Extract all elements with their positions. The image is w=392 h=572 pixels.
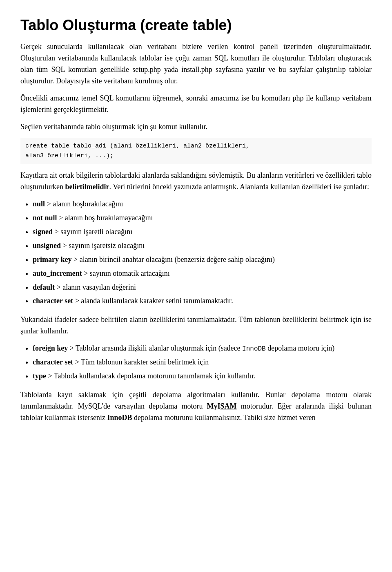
- desc-type: > Tabloda kullanılacak depolama motorunu…: [46, 372, 256, 380]
- term-foreign-key: foreign key: [33, 344, 68, 352]
- field-properties-list: null > alanın boşbırakılacağını not null…: [33, 199, 372, 307]
- desc-auto-increment: > sayının otomatik artacağını: [82, 269, 170, 277]
- list-item: type > Tabloda kullanılacak depolama mot…: [33, 371, 372, 382]
- table-properties-list: foreign key > Tablolar arasında ilişkili…: [33, 343, 372, 382]
- desc-signed: > sayının işaretli olacağını: [53, 228, 132, 236]
- purpose-paragraph: Öncelikli amacımız temel SQL komutlarını…: [20, 93, 372, 116]
- list-item: default > alanın vasayılan değerini: [33, 282, 372, 293]
- intro-paragraph: Gerçek sunucularda kullanılacak olan ver…: [20, 41, 372, 87]
- myisam-label: MyISAM: [207, 402, 237, 410]
- list-item: auto_increment > sayının otomatik artaca…: [33, 268, 372, 279]
- desc-charset-table: > Tüm tablonun karakter setini belirtmek…: [73, 358, 209, 366]
- storage-text3: depolama moturunu kullanmalısınız. Tabik…: [132, 413, 315, 422]
- list-item: character set > alanda kullanılacak kara…: [33, 295, 372, 307]
- list-item: unsigned > sayının işaretsiz olacağını: [33, 240, 372, 252]
- term-signed: signed: [33, 228, 53, 236]
- desc-foreign-key: > Tablolar arasında ilişkili alanlar olu…: [68, 344, 334, 352]
- term-unsigned: unsigned: [33, 241, 61, 250]
- table-properties-intro: Yukarıdaki ifadeler sadece belirtilen al…: [20, 314, 372, 337]
- list-item: foreign key > Tablolar arasında ilişkili…: [33, 343, 372, 354]
- list-item: primary key > alanın birincil anahtar ol…: [33, 254, 372, 266]
- desc-character-set: > alanda kullanılacak karakter setini ta…: [73, 297, 233, 305]
- field-props-text2: . Veri türlerini önceki yazınızda anlatm…: [109, 183, 369, 191]
- list-item: signed > sayının işaretli olacağını: [33, 226, 372, 238]
- desc-unsigned: > sayının işaretsiz olacağını: [61, 241, 145, 250]
- list-item: not null > alanın boş bırakılamayacağını: [33, 212, 372, 224]
- desc-default: > alanın vasayılan değerini: [55, 283, 136, 291]
- term-not-null: not null: [33, 214, 57, 222]
- term-primary-key: primary key: [33, 255, 71, 264]
- desc-null: > alanın boşbırakılacağını: [45, 200, 123, 208]
- list-item: null > alanın boşbırakılacağını: [33, 199, 372, 210]
- innodb-label: InnoDB: [107, 413, 132, 422]
- desc-primary-key: > alanın birincil anahtar olacağını (ben…: [71, 255, 274, 264]
- term-auto-increment: auto_increment: [33, 269, 82, 277]
- term-type: type: [33, 372, 46, 380]
- code-block: create table tablo_adi (alan1 özellikler…: [20, 138, 372, 164]
- storage-engines-paragraph: Tablolarda kayıt saklamak için çeşitli d…: [20, 389, 372, 424]
- field-props-bold: belirtilmelidir: [65, 183, 109, 191]
- page-title: Tablo Oluşturma (create table): [20, 16, 372, 34]
- field-properties-intro: Kayıtlara ait ortak bilgilerin tablolard…: [20, 170, 372, 193]
- term-character-set: character set: [33, 297, 73, 305]
- command-intro-paragraph: Seçilen veritabanında tablo oluşturmak i…: [20, 121, 372, 133]
- term-default: default: [33, 283, 55, 291]
- desc-not-null: > alanın boş bırakılamayacağını: [57, 214, 153, 222]
- term-charset-table: character set: [33, 358, 73, 366]
- list-item: character set > Tüm tablonun karakter se…: [33, 357, 372, 368]
- term-null: null: [33, 200, 45, 208]
